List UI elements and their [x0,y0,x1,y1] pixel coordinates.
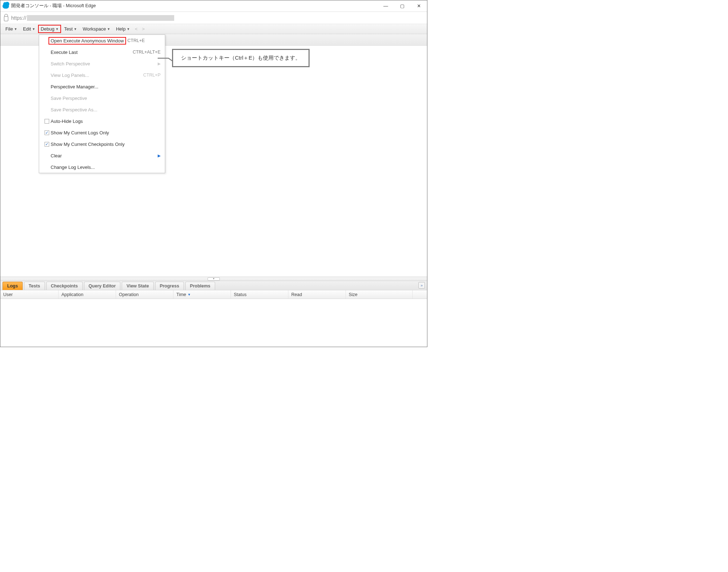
checkbox-checked-icon: ✓ [45,142,49,147]
debug-dropdown: Open Execute Anonymous Window CTRL+E Exe… [39,34,165,173]
menuitem-label: Show My Current Checkpoints Only [51,142,161,147]
menuitem-label: Execute Last [51,50,133,55]
menuitem-open-execute-anonymous[interactable]: Open Execute Anonymous Window CTRL+E [39,35,165,46]
col-operation-label: Operation [119,292,139,297]
menu-bar: File ▼ Edit ▼ Debug ▼ Test ▼ Workspace ▼… [0,24,427,34]
menuitem-view-log-panels: View Log Panels... CTRL+P [39,69,165,81]
col-time[interactable]: Time ▼ [173,290,231,299]
checkbox-checked-icon: ✓ [45,130,49,135]
annotation-callout-text: ショートカットキー（Ctrl＋E）も使用できます。 [172,49,310,67]
menuitem-execute-last[interactable]: Execute Last CTRL+ALT+E [39,46,165,58]
salesforce-cloud-icon [3,4,9,9]
caret-down-icon: ▼ [107,27,110,31]
annotation-callout: ショートカットキー（Ctrl＋E）も使用できます。 [172,49,310,67]
url-redacted [27,15,174,21]
caret-down-icon: ▼ [32,27,35,31]
menu-workspace-label: Workspace [83,26,106,32]
nav-next-button[interactable]: > [142,26,145,32]
caret-down-icon: ▼ [127,27,130,31]
menuitem-label: Auto-Hide Logs [51,119,161,124]
tab-query-editor[interactable]: Query Editor [84,282,121,290]
minimize-button[interactable]: ― [377,0,394,12]
menuitem-show-my-current-checkpoints-only[interactable]: ✓ Show My Current Checkpoints Only [39,138,165,150]
tab-logs[interactable]: Logs [3,282,23,290]
splitter-grip-icon: ▾ [208,277,220,281]
nav-arrows: < > [135,26,145,32]
menuitem-perspective-manager[interactable]: Perspective Manager... [39,81,165,92]
menuitem-label: Clear [51,153,158,158]
menuitem-shortcut: CTRL+ALT+E [133,50,161,55]
col-application-label: Application [61,292,83,297]
checkbox-unchecked-icon [45,119,49,124]
menu-file[interactable]: File ▼ [3,24,20,33]
menu-workspace[interactable]: Workspace ▼ [80,24,113,33]
menuitem-label: Change Log Levels... [51,165,161,170]
menuitem-label: Open Execute Anonymous Window [51,38,124,43]
tab-progress[interactable]: Progress [155,282,184,290]
titlebar: 開発者コンソール - 職場 - Microsoft Edge ― ▢ ✕ [0,0,427,12]
col-size[interactable]: Size [346,290,413,299]
col-read[interactable]: Read [288,290,346,299]
col-application[interactable]: Application [59,290,116,299]
col-user-label: User [3,292,13,297]
menu-test[interactable]: Test ▼ [61,24,80,33]
col-user[interactable]: User [0,290,59,299]
app-window: 開発者コンソール - 職場 - Microsoft Edge ― ▢ ✕ htt… [0,0,427,347]
menu-debug[interactable]: Debug ▼ [38,25,61,33]
tab-problems[interactable]: Problems [185,282,215,290]
logs-grid-body [0,299,427,347]
menuitem-shortcut: CTRL+P [143,73,161,78]
nav-prev-button[interactable]: < [135,26,138,32]
col-trailing [413,290,427,299]
window-title: 開発者コンソール - 職場 - Microsoft Edge [11,3,377,9]
menu-help[interactable]: Help ▼ [113,24,133,33]
bottom-tabstrip: Logs Tests Checkpoints Query Editor View… [0,281,427,290]
sort-desc-icon: ▼ [187,293,191,296]
tab-checkpoints[interactable]: Checkpoints [46,282,83,290]
menu-edit-label: Edit [23,26,31,32]
tab-view-state[interactable]: View State [122,282,153,290]
col-status[interactable]: Status [231,290,288,299]
address-bar: https:// [0,12,427,24]
menuitem-save-perspective: Save Perspective [39,92,165,104]
caret-down-icon: ▼ [14,27,17,31]
col-size-label: Size [349,292,357,297]
menuitem-switch-perspective: Switch Perspective ▶ [39,58,165,69]
caret-down-icon: ▼ [56,27,59,31]
menuitem-clear[interactable]: Clear ▶ [39,150,165,161]
menuitem-change-log-levels[interactable]: Change Log Levels... [39,161,165,173]
menu-edit[interactable]: Edit ▼ [20,24,38,33]
menuitem-auto-hide-logs[interactable]: Auto-Hide Logs [39,115,165,127]
menuitem-label: View Log Panels... [51,73,143,78]
menuitem-show-my-current-logs-only[interactable]: ✓ Show My Current Logs Only [39,127,165,138]
tab-tests[interactable]: Tests [24,282,45,290]
window-controls: ― ▢ ✕ [377,0,427,12]
logs-column-headers: User Application Operation Time ▼ Status… [0,290,427,299]
menu-test-label: Test [64,26,73,32]
menuitem-label: Switch Perspective [51,61,158,66]
menuitem-label: Save Perspective As... [51,107,161,112]
url-scheme: https:// [11,15,26,21]
close-button[interactable]: ✕ [411,0,427,12]
url-field[interactable]: https:// [11,15,174,21]
submenu-caret-icon: ▶ [158,153,161,158]
menuitem-label: Show My Current Logs Only [51,130,161,135]
menuitem-shortcut: CTRL+E [127,38,145,43]
col-read-label: Read [291,292,302,297]
col-status-label: Status [234,292,246,297]
menu-debug-label: Debug [41,26,54,32]
menuitem-save-perspective-as: Save Perspective As... [39,104,165,115]
caret-down-icon: ▼ [74,27,77,31]
menuitem-label: Perspective Manager... [51,84,161,89]
col-operation[interactable]: Operation [116,290,173,299]
chevrons-icon: » [421,283,423,287]
panel-splitter[interactable]: ▾ [0,277,427,281]
menu-file-label: File [5,26,13,32]
menuitem-label: Save Perspective [51,96,161,101]
lock-icon [4,16,8,21]
col-time-label: Time [176,292,186,297]
expand-panel-button[interactable]: » [418,282,425,289]
maximize-button[interactable]: ▢ [394,0,411,12]
menu-help-label: Help [116,26,126,32]
